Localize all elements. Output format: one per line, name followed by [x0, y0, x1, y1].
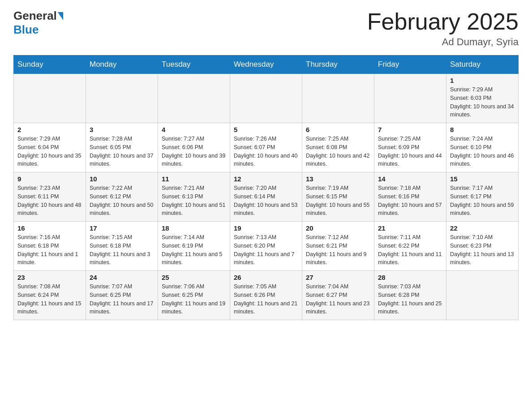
calendar-day-cell: 19Sunrise: 7:13 AMSunset: 6:20 PMDayligh… [230, 222, 302, 271]
calendar-day-cell: 3Sunrise: 7:28 AMSunset: 6:05 PMDaylight… [86, 123, 158, 172]
day-info: Sunrise: 7:03 AMSunset: 6:28 PMDaylight:… [378, 283, 442, 316]
calendar-day-cell: 14Sunrise: 7:18 AMSunset: 6:16 PMDayligh… [374, 172, 446, 222]
col-thursday: Thursday [302, 56, 374, 74]
calendar-day-cell [230, 74, 302, 123]
day-number: 3 [90, 126, 154, 133]
calendar-day-cell [158, 74, 230, 123]
calendar-day-cell: 23Sunrise: 7:08 AMSunset: 6:24 PMDayligh… [14, 271, 86, 320]
calendar-day-cell [86, 74, 158, 123]
day-info: Sunrise: 7:04 AMSunset: 6:27 PMDaylight:… [306, 283, 370, 316]
day-number: 16 [17, 224, 82, 232]
header-row: Sunday Monday Tuesday Wednesday Thursday… [14, 56, 519, 74]
day-info: Sunrise: 7:10 AMSunset: 6:23 PMDaylight:… [450, 233, 515, 267]
calendar-day-cell: 20Sunrise: 7:12 AMSunset: 6:21 PMDayligh… [302, 222, 374, 271]
day-number: 7 [378, 126, 442, 133]
calendar-day-cell: 6Sunrise: 7:25 AMSunset: 6:08 PMDaylight… [302, 123, 374, 172]
title-block: February 2025 Ad Dumayr, Syria [367, 9, 519, 48]
day-number: 5 [234, 126, 298, 133]
calendar-day-cell: 25Sunrise: 7:06 AMSunset: 6:25 PMDayligh… [158, 271, 230, 320]
col-saturday: Saturday [446, 56, 519, 74]
calendar-day-cell: 11Sunrise: 7:21 AMSunset: 6:13 PMDayligh… [158, 172, 230, 222]
calendar-day-cell: 24Sunrise: 7:07 AMSunset: 6:25 PMDayligh… [86, 271, 158, 320]
day-number: 26 [234, 274, 298, 281]
day-info: Sunrise: 7:22 AMSunset: 6:12 PMDaylight:… [90, 184, 154, 218]
calendar-day-cell: 17Sunrise: 7:15 AMSunset: 6:18 PMDayligh… [86, 222, 158, 271]
day-info: Sunrise: 7:21 AMSunset: 6:13 PMDaylight:… [162, 184, 226, 218]
calendar-week-row: 2Sunrise: 7:29 AMSunset: 6:04 PMDaylight… [14, 123, 519, 172]
col-tuesday: Tuesday [158, 56, 230, 74]
calendar-day-cell: 13Sunrise: 7:19 AMSunset: 6:15 PMDayligh… [302, 172, 374, 222]
calendar-day-cell: 12Sunrise: 7:20 AMSunset: 6:14 PMDayligh… [230, 172, 302, 222]
calendar-day-cell: 18Sunrise: 7:14 AMSunset: 6:19 PMDayligh… [158, 222, 230, 271]
calendar-day-cell: 4Sunrise: 7:27 AMSunset: 6:06 PMDaylight… [158, 123, 230, 172]
day-info: Sunrise: 7:07 AMSunset: 6:25 PMDaylight:… [90, 283, 154, 316]
day-info: Sunrise: 7:29 AMSunset: 6:04 PMDaylight:… [17, 135, 82, 168]
day-number: 4 [162, 126, 226, 133]
day-number: 19 [234, 224, 298, 232]
calendar-day-cell: 26Sunrise: 7:05 AMSunset: 6:26 PMDayligh… [230, 271, 302, 320]
calendar-day-cell [374, 74, 446, 123]
day-number: 28 [378, 274, 442, 281]
day-info: Sunrise: 7:11 AMSunset: 6:22 PMDaylight:… [378, 233, 442, 267]
day-info: Sunrise: 7:26 AMSunset: 6:07 PMDaylight:… [234, 135, 298, 168]
day-info: Sunrise: 7:23 AMSunset: 6:11 PMDaylight:… [17, 184, 82, 218]
day-info: Sunrise: 7:05 AMSunset: 6:26 PMDaylight:… [234, 283, 298, 316]
calendar-day-cell: 10Sunrise: 7:22 AMSunset: 6:12 PMDayligh… [86, 172, 158, 222]
day-number: 24 [90, 274, 154, 281]
day-info: Sunrise: 7:16 AMSunset: 6:18 PMDaylight:… [17, 233, 82, 267]
day-number: 9 [17, 175, 82, 183]
day-info: Sunrise: 7:06 AMSunset: 6:25 PMDaylight:… [162, 283, 226, 316]
calendar-week-row: 23Sunrise: 7:08 AMSunset: 6:24 PMDayligh… [14, 271, 519, 320]
calendar-day-cell: 15Sunrise: 7:17 AMSunset: 6:17 PMDayligh… [446, 172, 519, 222]
month-title: February 2025 [367, 9, 519, 34]
calendar-day-cell [446, 271, 519, 320]
day-number: 18 [162, 224, 226, 232]
col-friday: Friday [374, 56, 446, 74]
day-info: Sunrise: 7:24 AMSunset: 6:10 PMDaylight:… [450, 135, 515, 168]
calendar-header: Sunday Monday Tuesday Wednesday Thursday… [14, 56, 519, 74]
day-number: 17 [90, 224, 154, 232]
calendar-day-cell: 8Sunrise: 7:24 AMSunset: 6:10 PMDaylight… [446, 123, 519, 172]
col-sunday: Sunday [14, 56, 86, 74]
day-info: Sunrise: 7:08 AMSunset: 6:24 PMDaylight:… [17, 283, 82, 316]
day-number: 10 [90, 175, 154, 183]
logo-general-text: General [13, 9, 57, 23]
day-info: Sunrise: 7:17 AMSunset: 6:17 PMDaylight:… [450, 184, 515, 218]
day-number: 6 [306, 126, 370, 133]
day-info: Sunrise: 7:29 AMSunset: 6:03 PMDaylight:… [450, 86, 515, 119]
day-number: 8 [450, 126, 515, 133]
calendar-table: Sunday Monday Tuesday Wednesday Thursday… [13, 55, 519, 320]
day-info: Sunrise: 7:20 AMSunset: 6:14 PMDaylight:… [234, 184, 298, 218]
calendar-day-cell: 2Sunrise: 7:29 AMSunset: 6:04 PMDaylight… [14, 123, 86, 172]
calendar-day-cell [14, 74, 86, 123]
day-number: 21 [378, 224, 442, 232]
calendar-day-cell: 7Sunrise: 7:25 AMSunset: 6:09 PMDaylight… [374, 123, 446, 172]
calendar-week-row: 1Sunrise: 7:29 AMSunset: 6:03 PMDaylight… [14, 74, 519, 123]
calendar-day-cell: 16Sunrise: 7:16 AMSunset: 6:18 PMDayligh… [14, 222, 86, 271]
day-number: 20 [306, 224, 370, 232]
day-number: 23 [17, 274, 82, 281]
calendar-day-cell: 28Sunrise: 7:03 AMSunset: 6:28 PMDayligh… [374, 271, 446, 320]
calendar-day-cell: 21Sunrise: 7:11 AMSunset: 6:22 PMDayligh… [374, 222, 446, 271]
day-info: Sunrise: 7:12 AMSunset: 6:21 PMDaylight:… [306, 233, 370, 267]
day-info: Sunrise: 7:15 AMSunset: 6:18 PMDaylight:… [90, 233, 154, 267]
day-info: Sunrise: 7:27 AMSunset: 6:06 PMDaylight:… [162, 135, 226, 168]
calendar-week-row: 16Sunrise: 7:16 AMSunset: 6:18 PMDayligh… [14, 222, 519, 271]
day-number: 27 [306, 274, 370, 281]
col-monday: Monday [86, 56, 158, 74]
logo-arrow-icon [58, 12, 63, 20]
location-subtitle: Ad Dumayr, Syria [367, 36, 519, 48]
day-info: Sunrise: 7:13 AMSunset: 6:20 PMDaylight:… [234, 233, 298, 267]
day-number: 1 [450, 77, 515, 84]
day-number: 22 [450, 224, 515, 232]
calendar-day-cell: 1Sunrise: 7:29 AMSunset: 6:03 PMDaylight… [446, 74, 519, 123]
calendar-day-cell [302, 74, 374, 123]
day-number: 25 [162, 274, 226, 281]
day-info: Sunrise: 7:14 AMSunset: 6:19 PMDaylight:… [162, 233, 226, 267]
day-info: Sunrise: 7:28 AMSunset: 6:05 PMDaylight:… [90, 135, 154, 168]
col-wednesday: Wednesday [230, 56, 302, 74]
day-info: Sunrise: 7:19 AMSunset: 6:15 PMDaylight:… [306, 184, 370, 218]
page-header: General Blue February 2025 Ad Dumayr, Sy… [13, 9, 519, 48]
calendar-body: 1Sunrise: 7:29 AMSunset: 6:03 PMDaylight… [14, 74, 519, 320]
calendar-day-cell: 22Sunrise: 7:10 AMSunset: 6:23 PMDayligh… [446, 222, 519, 271]
